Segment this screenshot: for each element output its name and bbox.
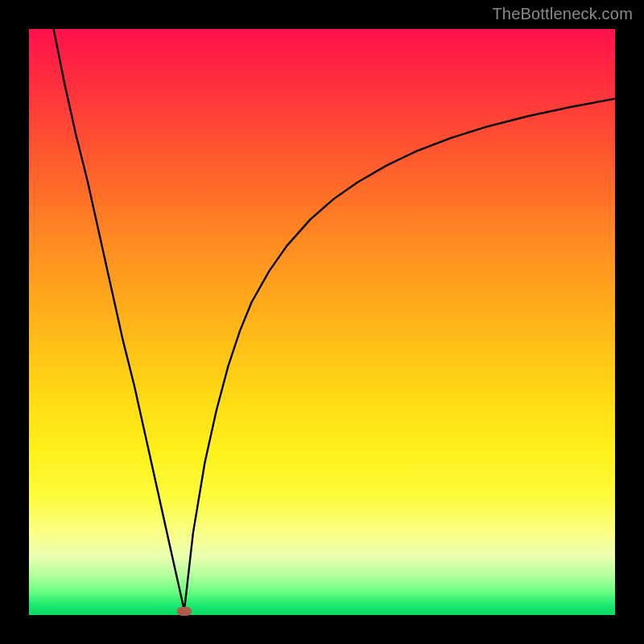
attribution-text: TheBottleneck.com — [492, 5, 633, 23]
plot-area — [29, 29, 615, 615]
min-marker — [177, 607, 192, 616]
curve-path — [54, 29, 615, 610]
chart-frame: TheBottleneck.com — [0, 0, 644, 644]
bottleneck-curve — [29, 29, 615, 615]
